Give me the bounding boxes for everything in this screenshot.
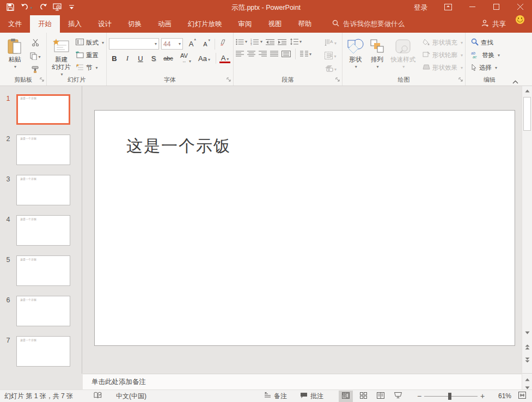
customize-qat-button[interactable] [64,1,78,14]
collapse-ribbon-button[interactable] [510,78,520,85]
sign-in-button[interactable]: 登录 [405,3,436,13]
layout-button[interactable]: 版式 [76,38,104,47]
start-slideshow-button[interactable] [50,1,64,14]
tab-help[interactable]: 帮助 [290,15,320,33]
underline-button[interactable]: U [135,54,146,63]
copy-button[interactable] [29,51,41,62]
paragraph-dialog-launcher[interactable] [335,76,340,83]
scroll-down-button[interactable] [522,328,532,338]
zoom-in-button[interactable]: + [478,392,487,400]
previous-slide-button[interactable] [522,342,532,352]
paste-button[interactable]: 粘贴 [2,36,27,71]
slide-title-text[interactable]: 这是一个示饭 [126,135,231,157]
tab-view[interactable]: 视图 [260,15,290,33]
numbering-button[interactable]: 123 [250,39,262,45]
slide-thumbnail-5[interactable]: 5 这是一个示饭 [0,255,82,286]
tab-home[interactable]: 开始 [30,15,60,33]
slide-sorter-view-button[interactable] [356,391,370,402]
tab-slideshow[interactable]: 幻灯片放映 [180,15,230,33]
redo-button[interactable] [36,1,50,14]
shape-effects-button[interactable]: 形状效果 [423,63,463,72]
text-shadow-button[interactable]: S [148,54,159,63]
drawing-dialog-launcher[interactable] [458,76,463,83]
spell-check-icon[interactable] [94,392,102,400]
justify-button[interactable] [270,51,278,57]
font-name-select[interactable]: ▾ [109,38,159,50]
normal-view-button[interactable] [339,391,353,402]
cut-button[interactable] [29,38,41,48]
ribbon-display-options-button[interactable] [436,0,460,15]
character-spacing-button[interactable]: AV↔ [178,53,194,64]
italic-button[interactable]: I [122,54,133,63]
decrease-indent-button[interactable] [266,39,274,45]
text-direction-button[interactable]: A [325,38,337,48]
shape-fill-button[interactable]: 形状填充 [423,38,463,47]
slide-thumbnail-image[interactable]: 这是一个示饭 [16,336,70,367]
strikethrough-button[interactable]: abc [161,55,175,62]
slide-thumbnail-image[interactable]: 这是一个示饭 [16,296,70,326]
new-slide-button[interactable]: 新建 幻灯片 [49,36,74,78]
bold-button[interactable]: B [109,54,120,63]
tab-review[interactable]: 审阅 [230,15,260,33]
reading-view-button[interactable] [374,391,388,402]
slide-canvas[interactable]: 这是一个示饭 [94,110,515,346]
fit-slide-to-window-button[interactable] [516,391,529,402]
zoom-slider[interactable] [424,391,478,402]
slide-thumbnail-2[interactable]: 2 这是一个示饭 [0,135,82,165]
font-color-button[interactable]: A [219,54,230,63]
slide-thumbnail-image[interactable]: 这是一个示饭 [16,255,70,286]
shape-outline-button[interactable]: 形状轮廓 [423,50,463,60]
slide-thumbnail-image[interactable]: 这是一个示饭 [16,94,70,125]
font-dialog-launcher[interactable] [227,76,231,83]
scroll-up-button[interactable] [522,86,532,96]
slide-thumbnail-3[interactable]: 3 这是一个示饭 [0,175,82,205]
tab-animations[interactable]: 动画 [150,15,180,33]
slide-thumbnail-image[interactable]: 这是一个示饭 [16,135,70,165]
font-size-select[interactable]: 44 ▾ [161,38,183,50]
tell-me-search[interactable]: 告诉我你想要做什么 [332,15,405,33]
find-button[interactable]: 查找 [471,38,500,47]
align-center-button[interactable] [247,51,255,57]
slide-count-indicator[interactable]: 幻灯片 第 1 张，共 7 张 [4,392,73,401]
save-button[interactable] [3,1,17,14]
replace-button[interactable]: abac 替换 [471,50,500,60]
clear-formatting-button[interactable] [218,39,230,50]
language-indicator[interactable]: 中文(中国) [116,392,146,401]
format-painter-button[interactable] [29,65,41,76]
slide-thumbnail-6[interactable]: 6 这是一个示饭 [0,296,82,326]
zoom-slider-knob[interactable] [448,393,451,400]
zoom-level-indicator[interactable]: 61% [490,392,511,400]
maximize-button[interactable] [484,0,508,15]
slide-thumbnail-image[interactable]: 这是一个示饭 [16,175,70,205]
columns-button[interactable] [300,51,311,57]
slide-thumbnail-4[interactable]: 4 这是一个示饭 [0,215,82,246]
undo-button[interactable] [17,1,36,14]
reset-button[interactable]: 重置 [76,50,104,60]
zoom-out-button[interactable]: − [414,392,424,400]
close-button[interactable] [508,0,532,15]
clipboard-dialog-launcher[interactable] [40,76,44,83]
distribute-button[interactable] [282,51,291,57]
slide-thumbnail-1[interactable]: 1 这是一个示饭 [0,94,82,125]
bullets-button[interactable] [236,39,247,45]
minimize-button[interactable] [460,0,484,15]
align-left-button[interactable] [236,51,244,57]
arrange-button[interactable]: 排列 [366,36,388,71]
slideshow-view-button[interactable] [391,391,405,402]
smartart-convert-button[interactable] [325,64,337,75]
scrollbar-thumb[interactable] [523,97,531,131]
slide-thumbnail-7[interactable]: 7 这是一个示饭 [0,336,82,367]
notes-placeholder[interactable]: 单击此处添加备注 [91,377,146,387]
feedback-smiley-icon[interactable] [516,15,524,24]
align-text-button[interactable] [325,51,337,62]
increase-indent-button[interactable] [278,39,286,45]
grow-font-button[interactable]: A▴ [185,39,197,50]
notes-pane[interactable]: 单击此处添加备注 [83,374,522,389]
shapes-button[interactable]: 形状 [345,36,366,71]
line-spacing-button[interactable] [290,38,302,45]
tab-transitions[interactable]: 切换 [120,15,150,33]
tab-insert[interactable]: 插入 [60,15,90,33]
slide-thumbnail-image[interactable]: 这是一个示饭 [16,215,70,246]
share-button[interactable]: 共享 [474,15,513,33]
notes-toggle-button[interactable]: 备注 [258,390,293,402]
